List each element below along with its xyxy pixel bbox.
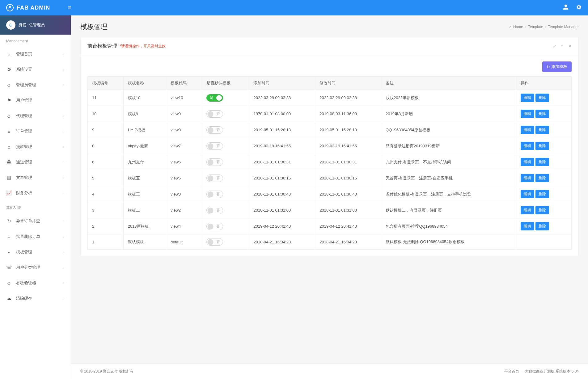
delete-button[interactable]: 删除: [535, 206, 549, 214]
edit-button[interactable]: 编辑: [521, 158, 534, 166]
default-switch[interactable]: 否: [206, 142, 223, 150]
default-switch[interactable]: 否: [206, 207, 223, 214]
table-row: 11模板10view10是2022-03-29 09:03:382022-03-…: [88, 90, 572, 106]
edit-button[interactable]: 编辑: [521, 110, 534, 118]
default-switch[interactable]: 否: [206, 126, 223, 134]
table-header: 操作: [516, 77, 572, 90]
edit-button[interactable]: 编辑: [521, 142, 534, 150]
sidebar-item[interactable]: ▤文章管理›: [0, 170, 71, 185]
add-template-label: 添加模板: [551, 64, 567, 69]
avatar-icon: ☺: [6, 20, 15, 30]
content-header: 模板管理 ⌂ Home › Template › Template Manage…: [71, 15, 588, 37]
edit-button[interactable]: 编辑: [521, 222, 534, 230]
nav-label: 订单管理: [16, 128, 32, 134]
collapse-icon[interactable]: ⌃: [561, 44, 564, 48]
chevron-right-icon: ›: [63, 250, 65, 254]
add-template-button[interactable]: ↻ 添加模板: [542, 61, 572, 72]
edit-button[interactable]: 编辑: [521, 206, 534, 214]
sidebar-item[interactable]: ⌂提款管理›: [0, 139, 71, 154]
delete-button[interactable]: 删除: [535, 158, 549, 166]
chevron-right-icon: ›: [63, 297, 65, 300]
default-switch[interactable]: 否: [206, 110, 223, 118]
default-switch[interactable]: 是: [206, 94, 223, 102]
sidebar-item[interactable]: ⚑用户管理›: [0, 93, 71, 108]
default-switch[interactable]: 否: [206, 175, 223, 182]
sidebar-item[interactable]: ☁清除缓存›: [0, 291, 71, 306]
page-title: 模板管理: [80, 22, 108, 32]
chevron-right-icon: ›: [63, 114, 65, 118]
panel-title: 前台模板管理: [87, 43, 117, 49]
nav-header-other: 其他功能: [0, 201, 71, 213]
sidebar-item[interactable]: ≡订单管理›: [0, 124, 71, 139]
sidebar-item[interactable]: ↻异常订单排查›: [0, 213, 71, 229]
delete-button[interactable]: 删除: [535, 126, 549, 134]
table-header: 模板名称: [123, 77, 166, 90]
breadcrumb-home[interactable]: Home: [513, 25, 523, 29]
nav-icon: •: [6, 250, 12, 255]
table-row: 8okpay-最新view7否2019-03-19 16:41:552019-0…: [88, 138, 572, 154]
user-icon[interactable]: [563, 4, 569, 12]
delete-button[interactable]: 删除: [535, 110, 549, 118]
delete-button[interactable]: 删除: [535, 142, 549, 150]
sidebar-item[interactable]: •模板管理›: [0, 244, 71, 260]
nav-label: 财务分析: [16, 190, 32, 196]
table-row: 10模板9view9否1970-01-01 08:00:002019-08-03…: [88, 106, 572, 122]
delete-button[interactable]: 删除: [535, 190, 549, 198]
brand-logo[interactable]: F FAB ADMIN: [6, 4, 68, 11]
delete-button[interactable]: 删除: [535, 174, 549, 182]
chevron-right-icon: ›: [63, 235, 65, 238]
chevron-right-icon: ›: [63, 191, 65, 195]
edit-button[interactable]: 编辑: [521, 174, 534, 182]
chevron-right-icon: ›: [63, 83, 65, 87]
default-switch[interactable]: 否: [206, 191, 223, 198]
sidebar-item[interactable]: ⚙系统设置›: [0, 62, 71, 77]
table-row: 9HYIP模板view8否2019-05-01 15:28:132019-05-…: [88, 122, 572, 138]
footer-link[interactable]: 平台首页: [504, 369, 519, 374]
nav-icon: ⌂: [6, 144, 12, 149]
templates-table: 模板编号模板名称模板代码是否默认模板添加时间修改时间备注操作 11模板10vie…: [87, 76, 572, 250]
sidebar-item[interactable]: ⌂管理首页›: [0, 46, 71, 62]
edit-button[interactable]: 编辑: [521, 126, 534, 134]
default-switch[interactable]: 否: [206, 238, 223, 246]
nav-label: 系统设置: [16, 67, 32, 72]
sidebar-item[interactable]: 📈财务分析›: [0, 185, 71, 201]
delete-button[interactable]: 删除: [535, 222, 549, 230]
sidebar-item[interactable]: ☺代理管理›: [0, 108, 71, 124]
sidebar-item[interactable]: ☺谷歌验证器›: [0, 275, 71, 291]
menu-toggle-icon[interactable]: ≡: [68, 5, 71, 11]
nav-icon: ≡: [6, 129, 12, 134]
nav-icon: 📈: [6, 190, 12, 196]
delete-button[interactable]: 删除: [535, 94, 549, 102]
settings-icon[interactable]: [576, 4, 582, 12]
panel-warning: *请谨慎操作，开关及时生效: [120, 44, 166, 49]
nav-icon: ☏: [6, 265, 12, 270]
brand-text: FAB ADMIN: [17, 5, 50, 11]
expand-icon[interactable]: ⤢: [553, 44, 556, 48]
chevron-right-icon: ›: [63, 99, 65, 102]
nav-label: 管理首页: [16, 51, 32, 57]
nav-icon: ▤: [6, 175, 12, 180]
nav-label: 谷歌验证器: [16, 280, 36, 286]
chevron-right-icon: ›: [63, 219, 65, 223]
refresh-icon: ↻: [547, 65, 550, 69]
default-switch[interactable]: 否: [206, 223, 223, 230]
nav-label: 模板管理: [16, 249, 32, 255]
nav-icon: ⚙: [6, 67, 12, 72]
edit-button[interactable]: 编辑: [521, 94, 534, 102]
nav-label: 异常订单排查: [16, 218, 40, 224]
chevron-right-icon: ›: [63, 52, 65, 56]
chevron-right-icon: ›: [63, 266, 65, 269]
edit-button[interactable]: 编辑: [521, 190, 534, 198]
breadcrumb-template[interactable]: Template: [528, 25, 543, 29]
default-switch[interactable]: 否: [206, 158, 223, 166]
nav-label: 清除缓存: [16, 296, 32, 301]
logo-icon: F: [6, 4, 14, 11]
sidebar-item[interactable]: ☺管理员管理›: [0, 77, 71, 93]
nav-label: 批量删除订单: [16, 234, 40, 239]
sidebar-item[interactable]: ☏用户分类管理›: [0, 260, 71, 275]
sidebar-item[interactable]: ≡批量删除订单›: [0, 229, 71, 244]
table-row: 22018新模板view4否2019-04-12 20:41:402019-04…: [88, 218, 572, 234]
nav-label: 提款管理: [16, 144, 32, 149]
sidebar-item[interactable]: 🏛通道管理›: [0, 154, 71, 170]
close-icon[interactable]: ✕: [568, 44, 572, 48]
